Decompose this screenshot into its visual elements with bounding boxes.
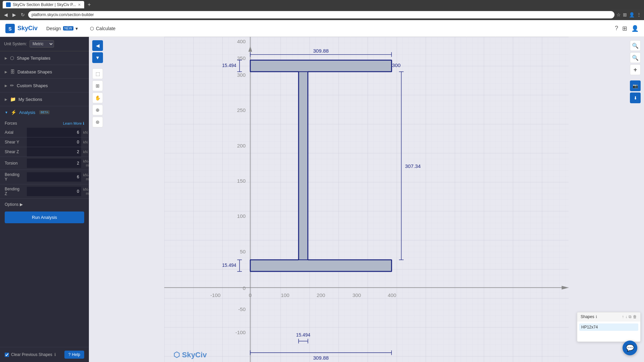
shapes-title-text: Shapes bbox=[581, 314, 594, 319]
svg-text:309.88: 309.88 bbox=[313, 355, 329, 361]
new-badge: NEW bbox=[63, 26, 73, 31]
sections-chevron: ▶ bbox=[5, 98, 7, 101]
copy-shape-icon[interactable]: ⧉ bbox=[629, 314, 632, 319]
svg-text:S: S bbox=[8, 26, 11, 32]
nav-icons: ☆ ⊞ 👤 ⋮ bbox=[616, 12, 641, 17]
bending-z-row: Bending Z kN-m bbox=[0, 184, 89, 199]
bookmark-icon[interactable]: ☆ bbox=[616, 12, 621, 17]
torsion-unit: kN-m bbox=[81, 157, 89, 170]
clear-info-icon: ℹ bbox=[54, 352, 56, 357]
zoom-in-button[interactable]: 🔍 bbox=[630, 40, 641, 51]
url-text: platform.skyciv.com/section-builder bbox=[32, 12, 94, 17]
svg-text:300: 300 bbox=[353, 292, 361, 298]
browser-tabs: SkyCiv Section Builder | SkyCiv P... ✕ + bbox=[0, 0, 644, 9]
move-down-icon[interactable]: ↓ bbox=[625, 314, 627, 319]
left-toolbar: ◀ ▼ ⬚ ⊞ ✋ ⊕ ⊛ bbox=[92, 40, 103, 127]
learn-more-label: Learn More bbox=[63, 121, 82, 125]
apps-button[interactable]: ⊞ bbox=[622, 25, 627, 32]
skyciv-logo-icon: S bbox=[5, 24, 15, 33]
tab-close[interactable]: ✕ bbox=[78, 3, 81, 7]
profile-button[interactable]: 👤 bbox=[631, 25, 639, 32]
profile-icon[interactable]: 👤 bbox=[629, 12, 635, 17]
tab-favicon bbox=[6, 2, 11, 7]
shear-y-input[interactable] bbox=[27, 137, 81, 147]
pan-tool-button[interactable]: ✋ bbox=[92, 93, 103, 103]
shapes-panel-controls: ↑ ↓ ⧉ 🗑 bbox=[622, 314, 637, 319]
svg-text:250: 250 bbox=[237, 107, 246, 113]
help-button[interactable]: ? bbox=[615, 25, 618, 32]
design-label: Design bbox=[46, 26, 61, 31]
menu-icon[interactable]: ⋮ bbox=[637, 12, 641, 17]
analysis-header[interactable]: ▼ ⚡ Analysis BETA bbox=[0, 106, 89, 118]
axial-unit: kN bbox=[81, 128, 89, 137]
axial-label: Axial bbox=[0, 128, 27, 137]
svg-text:150: 150 bbox=[237, 178, 246, 184]
canvas-area: ◀ ▼ ⬚ ⊞ ✋ ⊕ ⊛ 🔍 🔍 + 📷 ⬇ bbox=[89, 37, 644, 362]
analysis-chevron: ▼ bbox=[5, 111, 8, 114]
shear-y-label: Shear Y bbox=[0, 137, 27, 147]
svg-rect-29 bbox=[299, 72, 308, 260]
refresh-button[interactable]: ↻ bbox=[19, 11, 26, 18]
shape-templates-header[interactable]: ▶ ⬡ Shape Templates bbox=[0, 51, 89, 65]
app-container: S SkyCiv Design NEW ▾ ⬡ Calculate ? ⊞ 👤 … bbox=[0, 20, 644, 362]
browser-tab-active: SkyCiv Section Builder | SkyCiv P... ✕ bbox=[3, 1, 84, 8]
shear-z-unit: kN bbox=[81, 147, 89, 156]
canvas-svg: 0 50 100 150 200 250 300 350 400 -50 -10… bbox=[89, 37, 644, 362]
torsion-label: Torsion bbox=[0, 159, 27, 168]
forward-button[interactable]: ▶ bbox=[11, 11, 17, 18]
torsion-row: Torsion kN-m bbox=[0, 157, 89, 170]
header-right: ? ⊞ 👤 bbox=[615, 25, 639, 32]
axial-input[interactable] bbox=[27, 128, 81, 137]
my-sections-header[interactable]: ▶ 📁 My Sections bbox=[0, 93, 89, 106]
bending-z-input[interactable] bbox=[27, 187, 81, 196]
design-button[interactable]: Design NEW ▾ bbox=[43, 24, 81, 33]
shape-templates-label: Shape Templates bbox=[17, 56, 50, 61]
bending-y-label: Bending Y bbox=[0, 170, 27, 184]
download-button[interactable]: ⬇ bbox=[630, 93, 641, 103]
help-button-footer[interactable]: ? Help bbox=[64, 351, 84, 359]
unit-label: Unit System: bbox=[4, 42, 27, 46]
clear-checkbox-input[interactable] bbox=[5, 353, 9, 357]
svg-text:200: 200 bbox=[317, 292, 325, 298]
move-up-icon[interactable]: ↑ bbox=[622, 314, 624, 319]
shapes-panel-header: Shapes ℹ ↑ ↓ ⧉ 🗑 bbox=[577, 312, 640, 321]
chat-button[interactable]: 💬 bbox=[623, 341, 637, 355]
shape-templates-section: ▶ ⬡ Shape Templates bbox=[0, 51, 89, 65]
database-shapes-header[interactable]: ▶ 🗄 Database Shapes bbox=[0, 65, 89, 78]
delete-shape-icon[interactable]: 🗑 bbox=[633, 314, 637, 319]
analysis-bolt-icon: ⚡ bbox=[11, 110, 16, 115]
run-analysis-button[interactable]: Run Analysis bbox=[5, 212, 84, 223]
calculate-button[interactable]: ⬡ Calculate bbox=[87, 24, 119, 33]
svg-text:309.88: 309.88 bbox=[313, 48, 329, 54]
custom-icon: ✏ bbox=[10, 83, 14, 88]
extension-icon[interactable]: ⊞ bbox=[623, 12, 627, 17]
calculate-icon: ⬡ bbox=[90, 26, 94, 31]
svg-text:400: 400 bbox=[388, 292, 396, 298]
zoom-fit-button[interactable]: + bbox=[630, 64, 641, 75]
torsion-input[interactable] bbox=[27, 159, 81, 168]
shear-z-input[interactable] bbox=[27, 147, 81, 157]
shapes-panel: Shapes ℹ ↑ ↓ ⧉ 🗑 HP12x74 bbox=[577, 312, 641, 342]
bending-y-input[interactable] bbox=[27, 172, 81, 182]
collapse-toolbar-button[interactable]: ◀ bbox=[92, 40, 103, 51]
expand-toolbar-button[interactable]: ▼ bbox=[92, 52, 103, 63]
logo-text: SkyCiv bbox=[17, 25, 38, 32]
zoom-out-button[interactable]: 🔍 bbox=[630, 52, 641, 63]
shape-item[interactable]: HP12x74 bbox=[579, 323, 638, 331]
my-sections-section: ▶ 📁 My Sections bbox=[0, 93, 89, 106]
options-row[interactable]: Options ▶ bbox=[0, 199, 89, 209]
learn-more-link[interactable]: Learn More ℹ bbox=[63, 121, 84, 126]
svg-text:0: 0 bbox=[243, 285, 246, 291]
custom-shapes-header[interactable]: ▶ ✏ Custom Shapes bbox=[0, 79, 89, 92]
select-tool-button[interactable]: ⊞ bbox=[92, 80, 103, 91]
zoom-tool-button[interactable]: ⊕ bbox=[92, 105, 103, 115]
screenshot-button[interactable]: 📷 bbox=[630, 80, 641, 91]
new-tab-button[interactable]: + bbox=[86, 1, 93, 8]
unit-select[interactable]: Metric Imperial bbox=[30, 40, 54, 48]
snap-tool-button[interactable]: ⊛ bbox=[92, 117, 103, 127]
back-button[interactable]: ◀ bbox=[3, 11, 9, 18]
clear-previous-label[interactable]: Clear Previous Shapes ℹ bbox=[5, 352, 56, 357]
shear-z-label: Shear Z bbox=[0, 147, 27, 157]
cursor-tool-button[interactable]: ⬚ bbox=[92, 68, 103, 79]
custom-shapes-label: Custom Shapes bbox=[17, 83, 48, 88]
